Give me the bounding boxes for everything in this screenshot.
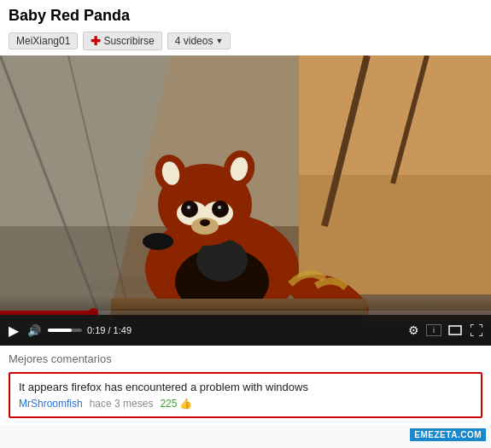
svg-point-24 [200, 219, 210, 226]
controls-bar: ▶ 🔊 0:19 / 1:49 ⚙ i [0, 315, 491, 346]
volume-slider[interactable] [48, 329, 82, 332]
svg-point-20 [187, 206, 190, 209]
watermark: EMEZETA.COM [410, 428, 486, 441]
subscribe-button[interactable]: ✚ Suscribirse [83, 32, 161, 50]
video-title: Baby Red Panda [0, 0, 491, 28]
channel-bar: MeiXiang01 ✚ Suscribirse 4 videos ▼ [0, 28, 491, 55]
theater-button[interactable] [447, 323, 464, 337]
volume-button[interactable]: 🔊 [26, 323, 43, 339]
comment-author[interactable]: MrShroomfish [19, 398, 83, 410]
svg-point-21 [218, 206, 221, 209]
video-player[interactable]: ▶ 🔊 0:19 / 1:49 ⚙ i [0, 55, 491, 346]
page-wrapper: Baby Red Panda MeiXiang01 ✚ Suscribirse … [0, 0, 491, 425]
time-display: 0:19 / 1:49 [87, 325, 132, 335]
play-button[interactable]: ▶ [7, 321, 20, 340]
comment-time: hace 3 meses [90, 398, 154, 410]
chevron-down-icon: ▼ [215, 37, 223, 45]
comment-likes: 225 👍 [160, 398, 192, 410]
comments-section: Mejores comentarios It appears firefox h… [0, 346, 491, 425]
svg-rect-9 [299, 55, 491, 175]
svg-point-30 [143, 233, 173, 250]
thumbup-icon: 👍 [179, 398, 192, 410]
comment-highlight-box: It appears firefox has encountered a pro… [9, 372, 482, 418]
plus-icon: ✚ [91, 34, 101, 48]
settings-button[interactable]: ⚙ [406, 322, 421, 339]
annotations-button[interactable]: i [426, 324, 441, 336]
videos-button[interactable]: 4 videos ▼ [167, 32, 231, 49]
volume-fill [48, 329, 72, 332]
fullscreen-button[interactable] [469, 323, 484, 338]
svg-rect-35 [449, 326, 461, 335]
comments-label: Mejores comentarios [9, 352, 482, 365]
comment-meta: MrShroomfish hace 3 meses 225 👍 [19, 398, 472, 410]
comment-text: It appears firefox has encountered a pro… [19, 381, 472, 393]
channel-name-button[interactable]: MeiXiang01 [9, 32, 78, 49]
controls-right: ⚙ i [406, 322, 484, 339]
